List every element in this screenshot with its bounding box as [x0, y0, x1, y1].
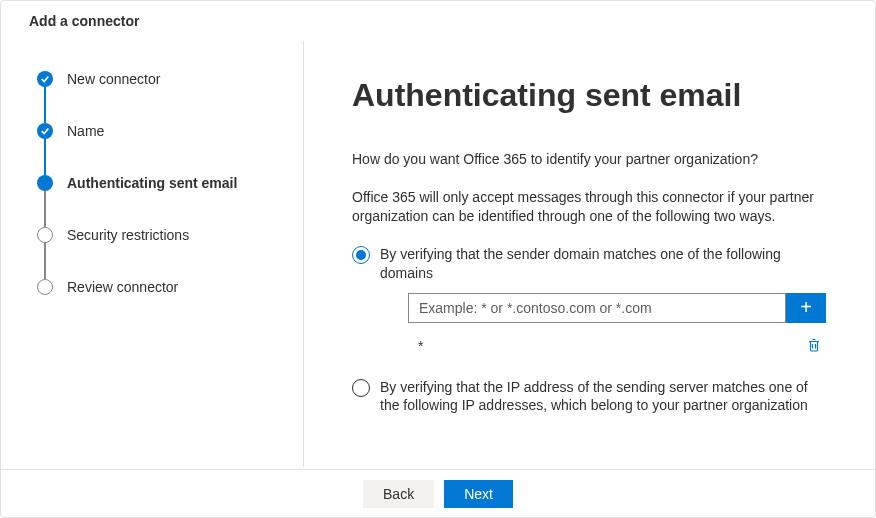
trash-icon: [806, 337, 822, 353]
radio-button[interactable]: [352, 246, 370, 264]
delete-domain-button[interactable]: [802, 333, 826, 360]
step-security-restrictions[interactable]: Security restrictions: [37, 227, 303, 243]
step-pending-icon: [37, 279, 53, 295]
description-text: Office 365 will only accept messages thr…: [352, 188, 827, 227]
plus-icon: +: [800, 296, 812, 319]
radio-option-domain[interactable]: By verifying that the sender domain matc…: [352, 245, 827, 360]
step-label: Authenticating sent email: [67, 175, 237, 191]
step-name[interactable]: Name: [37, 123, 303, 139]
checkmark-icon: [37, 71, 53, 87]
domain-entry-value: *: [408, 338, 802, 354]
radio-label: By verifying that the sender domain matc…: [380, 246, 781, 281]
main-heading: Authenticating sent email: [352, 77, 827, 114]
intro-text: How do you want Office 365 to identify y…: [352, 150, 827, 170]
step-label: Security restrictions: [67, 227, 189, 243]
domain-input[interactable]: [408, 293, 786, 323]
footer-actions: Back Next: [1, 469, 875, 517]
back-button[interactable]: Back: [363, 480, 434, 508]
next-button[interactable]: Next: [444, 480, 513, 508]
step-label: Name: [67, 123, 104, 139]
step-current-icon: [37, 175, 53, 191]
main-content: Authenticating sent email How do you wan…: [304, 41, 875, 467]
radio-button[interactable]: [352, 379, 370, 397]
step-authenticating-sent-email[interactable]: Authenticating sent email: [37, 175, 303, 191]
add-domain-button[interactable]: +: [786, 293, 826, 323]
page-title: Add a connector: [1, 1, 875, 41]
step-label: New connector: [67, 71, 160, 87]
checkmark-icon: [37, 123, 53, 139]
radio-option-ip[interactable]: By verifying that the IP address of the …: [352, 378, 827, 416]
step-review-connector[interactable]: Review connector: [37, 279, 303, 295]
step-label: Review connector: [67, 279, 178, 295]
step-pending-icon: [37, 227, 53, 243]
step-new-connector[interactable]: New connector: [37, 71, 303, 87]
step-sidebar: New connector Name Authenticating sent e…: [1, 41, 304, 467]
radio-label: By verifying that the IP address of the …: [380, 378, 827, 416]
domain-entry-row: *: [408, 333, 826, 360]
